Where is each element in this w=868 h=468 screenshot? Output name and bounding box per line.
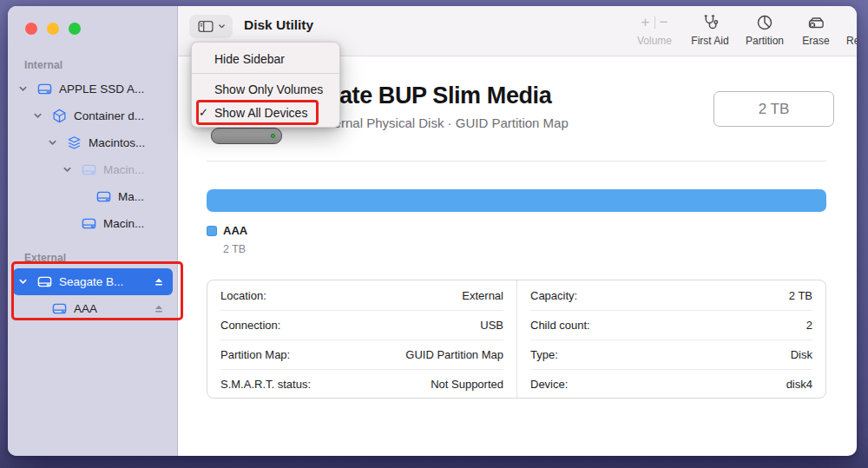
sidebar-toggle-button[interactable]: [189, 15, 233, 38]
pie-chart-icon: [746, 12, 784, 33]
drive-icon: [80, 161, 97, 179]
table-row: Connection: USB: [220, 310, 503, 339]
content-divider: [207, 161, 826, 161]
toolbar-first-aid-button[interactable]: First Aid: [691, 12, 728, 47]
sidebar-item-label: Ma...: [118, 190, 144, 203]
capacity-usage-bar: [207, 189, 826, 212]
sidebar-item-macintosh-dimmed[interactable]: Macin...: [13, 156, 173, 183]
window-controls: [25, 23, 81, 35]
sidebar: Internal APPLE SSD A... Container d... M…: [8, 6, 178, 456]
annotation-box-show-all-devices: [196, 100, 319, 125]
sidebar-section-internal: Internal: [24, 59, 62, 71]
app-title: Disk Utility: [244, 17, 313, 33]
sidebar-item-macintosh-data[interactable]: Macin...: [13, 210, 173, 237]
table-row: Child count: 2: [530, 310, 812, 339]
table-row: Capacity: 2 TB: [530, 280, 812, 310]
drive-led-indicator: [271, 134, 275, 138]
container-icon: [50, 108, 68, 125]
stethoscope-icon: [691, 12, 728, 33]
table-row: Partition Map: GUID Partition Map: [220, 339, 503, 369]
table-row: Location: External: [220, 280, 503, 310]
menu-item-hide-sidebar[interactable]: Hide Sidebar: [192, 47, 339, 70]
toolbar-erase-button[interactable]: Erase: [802, 12, 829, 47]
toolbar-partition-button[interactable]: Partition: [746, 12, 784, 47]
annotation-box-external-drive: [11, 261, 183, 320]
sidebar-item-macintosh-snapshot[interactable]: Ma...: [13, 183, 173, 210]
minimize-window-button[interactable]: [47, 23, 59, 35]
menu-separator: [192, 73, 339, 74]
drive-icon: [95, 188, 112, 206]
chevron-down-icon[interactable]: [61, 165, 74, 175]
zoom-window-button[interactable]: [69, 23, 81, 35]
sidebar-item-label: APPLE SSD A...: [59, 82, 144, 96]
usage-segment-aaa: [207, 189, 826, 212]
sidebar-item-container[interactable]: Container d...: [13, 102, 173, 129]
legend-color-swatch: [207, 226, 217, 236]
capacity-badge: 2 TB: [713, 91, 834, 127]
table-row: Device: disk4: [530, 369, 812, 399]
chevron-down-icon[interactable]: [16, 84, 30, 95]
sidebar-item-apple-ssd[interactable]: APPLE SSD A...: [13, 76, 173, 102]
details-column-left: Location: External Connection: USB Parti…: [207, 280, 516, 398]
sidebar-panel-icon: [197, 19, 214, 34]
disk-utility-window: Internal APPLE SSD A... Container d... M…: [8, 6, 857, 456]
sidebar-item-label: Macin...: [103, 163, 144, 176]
table-row: Type: Disk: [530, 339, 812, 369]
volumes-icon: [65, 135, 82, 152]
sidebar-item-macintosh-volgroup[interactable]: Macintos...: [13, 129, 173, 156]
menu-item-show-only-volumes[interactable]: Show Only Volumes: [192, 77, 339, 101]
legend-volume-size: 2 TB: [223, 243, 246, 255]
chevron-down-icon[interactable]: [31, 111, 44, 122]
sidebar-item-label: Macin...: [103, 217, 144, 230]
drive-icon: [80, 215, 97, 233]
details-column-right: Capacity: 2 TB Child count: 2 Type: Disk…: [516, 280, 825, 398]
device-details-table: Location: External Connection: USB Parti…: [207, 280, 826, 399]
sidebar-internal-list: APPLE SSD A... Container d... Macintos..…: [8, 76, 178, 237]
toolbar-restore-button[interactable]: Restore: [846, 12, 857, 47]
close-window-button[interactable]: [25, 23, 37, 35]
add-remove-volume-icon: +−: [637, 12, 672, 33]
legend-volume-name: AAA: [223, 224, 247, 237]
chevron-down-icon: [218, 23, 226, 30]
erase-drive-icon: [802, 12, 829, 33]
toolbar-volume-button: +− Volume: [637, 12, 672, 47]
drive-icon: [36, 81, 53, 98]
chevron-down-icon[interactable]: [46, 138, 59, 148]
sidebar-item-label: Container d...: [74, 109, 144, 122]
table-row: S.M.A.R.T. status: Not Supported: [220, 369, 503, 399]
restore-arrow-icon: [846, 12, 857, 33]
sidebar-item-label: Macintos...: [89, 136, 145, 149]
